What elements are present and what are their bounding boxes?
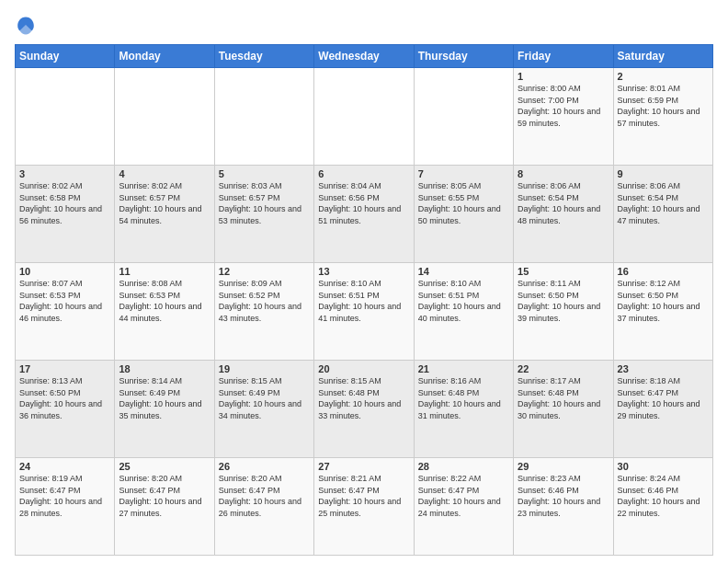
calendar-cell [214,68,313,166]
calendar-cell: 1Sunrise: 8:00 AM Sunset: 7:00 PM Daylig… [514,68,613,166]
calendar-cell: 20Sunrise: 8:15 AM Sunset: 6:48 PM Dayli… [314,361,414,458]
weekday-header-tuesday: Tuesday [214,45,313,68]
day-info: Sunrise: 8:03 AM Sunset: 6:57 PM Dayligh… [219,180,310,226]
day-info: Sunrise: 8:08 AM Sunset: 6:53 PM Dayligh… [119,278,210,324]
day-info: Sunrise: 8:02 AM Sunset: 6:58 PM Dayligh… [19,180,110,226]
calendar-cell: 30Sunrise: 8:24 AM Sunset: 6:46 PM Dayli… [613,458,712,556]
day-info: Sunrise: 8:19 AM Sunset: 6:47 PM Dayligh… [19,473,110,519]
calendar-cell: 7Sunrise: 8:05 AM Sunset: 6:55 PM Daylig… [414,166,513,263]
day-number: 17 [19,363,110,374]
calendar-cell: 19Sunrise: 8:15 AM Sunset: 6:49 PM Dayli… [214,361,313,458]
calendar-cell: 29Sunrise: 8:23 AM Sunset: 6:46 PM Dayli… [514,458,613,556]
calendar-cell [314,68,414,166]
day-number: 21 [418,363,509,374]
calendar-cell: 14Sunrise: 8:10 AM Sunset: 6:51 PM Dayli… [414,263,513,361]
day-info: Sunrise: 8:07 AM Sunset: 6:53 PM Dayligh… [19,278,110,324]
calendar-row-4: 24Sunrise: 8:19 AM Sunset: 6:47 PM Dayli… [16,458,713,556]
day-info: Sunrise: 8:17 AM Sunset: 6:48 PM Dayligh… [518,375,609,421]
calendar-cell: 11Sunrise: 8:08 AM Sunset: 6:53 PM Dayli… [115,263,214,361]
weekday-header-wednesday: Wednesday [314,45,414,68]
calendar-cell: 6Sunrise: 8:04 AM Sunset: 6:56 PM Daylig… [314,166,414,263]
calendar-cell: 21Sunrise: 8:16 AM Sunset: 6:48 PM Dayli… [414,361,513,458]
day-number: 26 [219,461,310,472]
day-number: 4 [119,168,210,179]
day-info: Sunrise: 8:18 AM Sunset: 6:47 PM Dayligh… [618,375,709,421]
weekday-header-thursday: Thursday [414,45,513,68]
calendar-cell: 3Sunrise: 8:02 AM Sunset: 6:58 PM Daylig… [16,166,115,263]
day-info: Sunrise: 8:10 AM Sunset: 6:51 PM Dayligh… [318,278,409,324]
day-number: 12 [219,266,310,277]
calendar-cell [115,68,214,166]
calendar: SundayMondayTuesdayWednesdayThursdayFrid… [15,44,713,556]
calendar-row-3: 17Sunrise: 8:13 AM Sunset: 6:50 PM Dayli… [16,361,713,458]
day-number: 3 [19,168,110,179]
day-number: 28 [418,461,509,472]
calendar-cell: 22Sunrise: 8:17 AM Sunset: 6:48 PM Dayli… [514,361,613,458]
calendar-cell: 13Sunrise: 8:10 AM Sunset: 6:51 PM Dayli… [314,263,414,361]
calendar-row-0: 1Sunrise: 8:00 AM Sunset: 7:00 PM Daylig… [16,68,713,166]
day-number: 16 [618,266,709,277]
day-info: Sunrise: 8:00 AM Sunset: 7:00 PM Dayligh… [518,83,609,129]
day-info: Sunrise: 8:10 AM Sunset: 6:51 PM Dayligh… [418,278,509,324]
calendar-cell: 16Sunrise: 8:12 AM Sunset: 6:50 PM Dayli… [613,263,712,361]
day-info: Sunrise: 8:23 AM Sunset: 6:46 PM Dayligh… [518,473,609,519]
day-number: 15 [518,266,609,277]
calendar-cell: 15Sunrise: 8:11 AM Sunset: 6:50 PM Dayli… [514,263,613,361]
day-number: 29 [518,461,609,472]
day-number: 24 [19,461,110,472]
calendar-row-1: 3Sunrise: 8:02 AM Sunset: 6:58 PM Daylig… [16,166,713,263]
day-number: 5 [219,168,310,179]
day-number: 22 [518,363,609,374]
weekday-header-row: SundayMondayTuesdayWednesdayThursdayFrid… [16,45,713,68]
calendar-cell: 9Sunrise: 8:06 AM Sunset: 6:54 PM Daylig… [613,166,712,263]
calendar-cell: 27Sunrise: 8:21 AM Sunset: 6:47 PM Dayli… [314,458,414,556]
day-number: 1 [518,71,609,82]
day-number: 14 [418,266,509,277]
calendar-cell: 24Sunrise: 8:19 AM Sunset: 6:47 PM Dayli… [16,458,115,556]
calendar-cell: 25Sunrise: 8:20 AM Sunset: 6:47 PM Dayli… [115,458,214,556]
day-info: Sunrise: 8:05 AM Sunset: 6:55 PM Dayligh… [418,180,509,226]
day-number: 11 [119,266,210,277]
day-info: Sunrise: 8:20 AM Sunset: 6:47 PM Dayligh… [119,473,210,519]
logo [15,15,40,37]
day-number: 6 [318,168,409,179]
day-number: 2 [618,71,709,82]
day-number: 27 [318,461,409,472]
weekday-header-sunday: Sunday [16,45,115,68]
day-number: 25 [119,461,210,472]
weekday-header-friday: Friday [514,45,613,68]
day-info: Sunrise: 8:09 AM Sunset: 6:52 PM Dayligh… [219,278,310,324]
day-info: Sunrise: 8:02 AM Sunset: 6:57 PM Dayligh… [119,180,210,226]
day-info: Sunrise: 8:11 AM Sunset: 6:50 PM Dayligh… [518,278,609,324]
header [15,15,713,37]
day-info: Sunrise: 8:01 AM Sunset: 6:59 PM Dayligh… [618,83,709,129]
day-info: Sunrise: 8:06 AM Sunset: 6:54 PM Dayligh… [518,180,609,226]
calendar-cell: 17Sunrise: 8:13 AM Sunset: 6:50 PM Dayli… [16,361,115,458]
page: SundayMondayTuesdayWednesdayThursdayFrid… [0,0,728,563]
weekday-header-monday: Monday [115,45,214,68]
day-info: Sunrise: 8:12 AM Sunset: 6:50 PM Dayligh… [618,278,709,324]
calendar-cell: 4Sunrise: 8:02 AM Sunset: 6:57 PM Daylig… [115,166,214,263]
calendar-cell: 26Sunrise: 8:20 AM Sunset: 6:47 PM Dayli… [214,458,313,556]
calendar-cell: 5Sunrise: 8:03 AM Sunset: 6:57 PM Daylig… [214,166,313,263]
calendar-cell [16,68,115,166]
calendar-cell: 10Sunrise: 8:07 AM Sunset: 6:53 PM Dayli… [16,263,115,361]
weekday-header-saturday: Saturday [613,45,712,68]
calendar-cell: 18Sunrise: 8:14 AM Sunset: 6:49 PM Dayli… [115,361,214,458]
day-number: 23 [618,363,709,374]
calendar-cell [414,68,513,166]
day-info: Sunrise: 8:13 AM Sunset: 6:50 PM Dayligh… [19,375,110,421]
day-info: Sunrise: 8:21 AM Sunset: 6:47 PM Dayligh… [318,473,409,519]
day-info: Sunrise: 8:16 AM Sunset: 6:48 PM Dayligh… [418,375,509,421]
calendar-cell: 2Sunrise: 8:01 AM Sunset: 6:59 PM Daylig… [613,68,712,166]
day-info: Sunrise: 8:06 AM Sunset: 6:54 PM Dayligh… [618,180,709,226]
day-number: 13 [318,266,409,277]
day-number: 18 [119,363,210,374]
day-info: Sunrise: 8:22 AM Sunset: 6:47 PM Dayligh… [418,473,509,519]
day-info: Sunrise: 8:15 AM Sunset: 6:48 PM Dayligh… [318,375,409,421]
day-number: 9 [618,168,709,179]
calendar-cell: 12Sunrise: 8:09 AM Sunset: 6:52 PM Dayli… [214,263,313,361]
day-info: Sunrise: 8:24 AM Sunset: 6:46 PM Dayligh… [618,473,709,519]
calendar-cell: 23Sunrise: 8:18 AM Sunset: 6:47 PM Dayli… [613,361,712,458]
calendar-cell: 28Sunrise: 8:22 AM Sunset: 6:47 PM Dayli… [414,458,513,556]
